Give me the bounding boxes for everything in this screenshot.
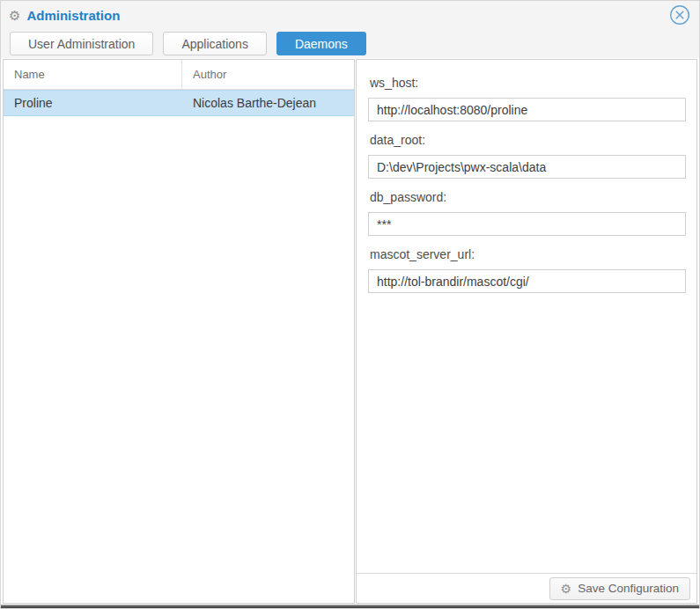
- daemon-config-panel: ws_host: data_root: db_password: mascot_…: [356, 59, 697, 604]
- administration-window: ⚙ Administration User Administration App…: [0, 0, 700, 609]
- tab-applications[interactable]: Applications: [163, 32, 267, 55]
- gear-icon: ⚙: [9, 9, 20, 22]
- window-title: Administration: [26, 8, 120, 23]
- save-configuration-label: Save Configuration: [578, 582, 679, 595]
- config-form: ws_host: data_root: db_password: mascot_…: [357, 60, 696, 573]
- gear-icon: ⚙: [561, 583, 572, 595]
- tab-user-administration[interactable]: User Administration: [10, 32, 153, 55]
- close-button[interactable]: [669, 4, 690, 26]
- window-bottom-edge: [1, 605, 699, 608]
- ws-host-label: ws_host:: [370, 76, 686, 90]
- field-mascot-server-url: mascot_server_url:: [368, 247, 686, 293]
- close-icon: [669, 4, 690, 26]
- data-root-input[interactable]: [368, 155, 686, 179]
- main-area: Name Author Proline Nicolas Barthe-Dejea…: [3, 59, 697, 604]
- grid-header: Name Author: [4, 60, 354, 90]
- titlebar: ⚙ Administration: [1, 1, 699, 29]
- cell-author: Nicolas Barthe-Dejean: [182, 91, 354, 115]
- column-header-name[interactable]: Name: [4, 60, 182, 89]
- field-data-root: data_root:: [368, 133, 686, 179]
- window-chrome: ⚙ Administration User Administration App…: [1, 1, 699, 58]
- field-ws-host: ws_host:: [368, 76, 686, 121]
- column-header-author[interactable]: Author: [182, 60, 354, 89]
- tab-bar: User Administration Applications Daemons: [1, 29, 699, 58]
- mascot-server-url-input[interactable]: [368, 269, 686, 293]
- save-configuration-button[interactable]: ⚙ Save Configuration: [549, 577, 690, 600]
- mascot-server-url-label: mascot_server_url:: [370, 247, 686, 261]
- db-password-label: db_password:: [370, 190, 686, 204]
- cell-name: Proline: [4, 91, 182, 115]
- field-db-password: db_password:: [368, 190, 686, 236]
- db-password-input[interactable]: [368, 212, 686, 236]
- daemons-grid-panel: Name Author Proline Nicolas Barthe-Dejea…: [3, 59, 355, 604]
- ws-host-input[interactable]: [368, 98, 686, 121]
- form-footer-toolbar: ⚙ Save Configuration: [357, 573, 696, 603]
- table-row[interactable]: Proline Nicolas Barthe-Dejean: [4, 90, 354, 116]
- data-root-label: data_root:: [370, 133, 686, 147]
- tab-daemons[interactable]: Daemons: [276, 32, 366, 55]
